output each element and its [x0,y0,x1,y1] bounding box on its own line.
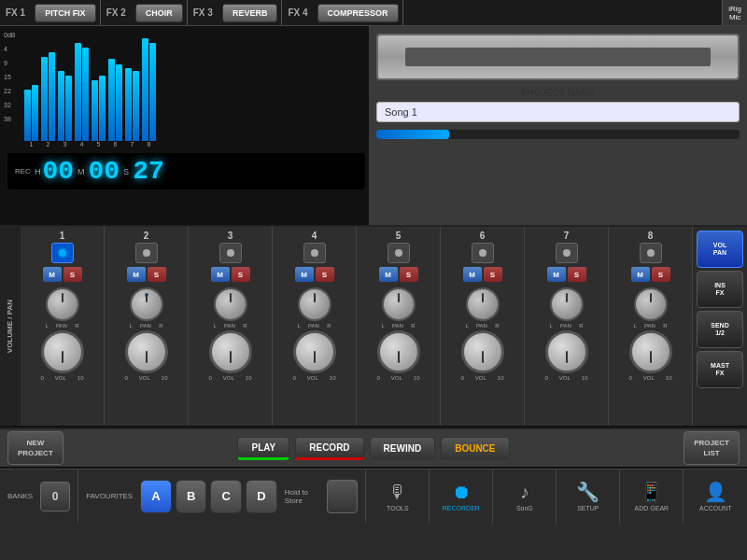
minutes-digits: 00 [89,157,120,186]
ch1-vol-knob[interactable] [41,330,84,373]
ch8-select[interactable] [640,243,662,263]
tools-icon-item[interactable]: 🎙 TOOLS [366,469,430,524]
ch4-vol-knob[interactable] [293,330,336,373]
account-label: ACCOUNT [699,505,732,511]
irig-button[interactable]: iRig Mic [722,0,747,25]
ch6-vol-knob[interactable] [461,330,504,373]
vu-section: 0dB 4 9 15 22 32 38 1 2 [0,26,369,225]
fav-a-btn[interactable]: A [140,480,172,513]
vu-channel-2: 2 [41,29,55,147]
ch7-pan-knob[interactable] [550,287,584,321]
person-icon: 👤 [704,481,727,503]
mast-fx-btn[interactable]: MAST FX [697,351,743,388]
fx4-label: FX 4 [282,7,313,18]
vu-channel-5: 5 [92,29,106,147]
ch2-solo-btn[interactable]: S [148,267,166,282]
fav-d-btn[interactable]: D [246,480,277,513]
ch5-vol-knob[interactable] [377,330,420,373]
ch1-select[interactable] [51,243,74,263]
channel-strip-1: 1 M S LPANR 0VOL10 [21,227,105,426]
ch4-solo-btn[interactable]: S [316,267,334,282]
setup-icon-item[interactable]: 🔧 SETUP [557,469,620,524]
ch6-pan-knob[interactable] [466,287,500,321]
new-project-button[interactable]: NEW PROJECT [7,431,63,465]
ch7-mute-btn[interactable]: M [547,267,566,282]
fx1-button[interactable]: PITCH FIX [35,4,96,22]
bottom-icons: 🎙 TOOLS ⏺ RECORDER ♪ SonG 🔧 SETUP 📱 ADD … [366,469,747,523]
fav-b-btn[interactable]: B [176,480,207,513]
send-btn[interactable]: SEND 1/2 [697,311,743,348]
ch7-vol-knob[interactable] [545,330,588,373]
bank-0-btn[interactable]: 0 [40,482,70,511]
ch5-pan-knob[interactable] [382,287,416,321]
fx2-button[interactable]: CHOIR [135,4,183,22]
setup-label: SETUP [577,505,599,511]
progress-bar-bg [376,130,740,139]
ch3-select[interactable] [219,243,242,263]
main-area: 0dB 4 9 15 22 32 38 1 2 [0,26,747,227]
ch2-vol-knob[interactable] [125,330,168,373]
channel-strip-8: 8 M S LPANR 0VOL10 [609,227,693,426]
bounce-button[interactable]: BOUNCE [441,437,509,460]
transport-right: PROJECT LIST [627,431,740,465]
recorder-icon-item[interactable]: ⏺ RECORDER [430,469,493,524]
tools-label: TOOLS [387,505,409,511]
ch6-mute-btn[interactable]: M [463,267,482,282]
ch1-pan-knob[interactable] [46,287,79,321]
fav-c-btn[interactable]: C [210,480,242,513]
vu-channel-1: 1 [24,29,38,147]
ch6-select[interactable] [472,243,494,263]
seconds-digits: 27 [133,157,164,186]
recorder-icon: ⏺ [452,482,471,503]
ch5-select[interactable] [388,243,410,263]
vol-pan-label: VOLUME / PAN [6,300,15,353]
ch7-solo-btn[interactable]: S [568,267,586,282]
channel-strip-5: 5 M S LPANR 0VOL10 [357,227,441,426]
add-gear-icon-item[interactable]: 📱 ADD GEAR [620,469,684,524]
transport-center: PLAY RECORD REWIND BOUNCE [120,437,627,460]
transport-section: NEW PROJECT PLAY RECORD REWIND BOUNCE PR… [0,427,747,469]
ch3-solo-btn[interactable]: S [232,267,250,282]
ch1-mute-btn[interactable]: M [43,267,62,282]
ch8-pan-knob[interactable] [634,287,668,321]
fx4-button[interactable]: COMPRESSOR [317,4,399,22]
fx3-button[interactable]: REVERB [222,4,278,22]
ch2-select[interactable] [135,243,158,263]
vu-bars-container: 1 2 3 [24,30,365,151]
vu-channel-6: 6 [108,29,122,147]
ch4-mute-btn[interactable]: M [295,267,314,282]
ch3-vol-knob[interactable] [209,330,252,373]
ch2-pan-knob[interactable] [130,287,163,321]
ch3-pan-knob[interactable] [214,287,247,321]
account-icon-item[interactable]: 👤 ACCOUNT [684,469,747,524]
rewind-button[interactable]: REWIND [370,437,436,460]
vol-pan-btn[interactable]: VOL PAN [697,231,743,268]
ch2-mute-btn[interactable]: M [127,267,146,282]
ch5-solo-btn[interactable]: S [400,267,418,282]
project-name-input[interactable] [376,102,740,122]
ch8-vol-knob[interactable] [629,330,672,373]
record-button[interactable]: RECORD [295,437,363,460]
ch8-solo-btn[interactable]: S [652,267,670,282]
vu-labels: 0dB 4 9 15 22 32 38 [4,30,15,122]
ch8-mute-btn[interactable]: M [631,267,650,282]
ch6-solo-btn[interactable]: S [484,267,502,282]
ch4-select[interactable] [303,243,326,263]
ch7-select[interactable] [556,243,578,263]
progress-bar-fill [376,130,449,139]
project-list-button[interactable]: PROJECT LIST [684,431,740,465]
channel-strip-3: 3 M S LPANR 0VOL10 [189,227,273,426]
vu-channel-7: 7 [125,29,139,147]
recorder-label: RECORDER [443,505,480,511]
ch1-solo-btn[interactable]: S [63,267,82,282]
fav-store-btn[interactable] [327,480,359,513]
ch3-mute-btn[interactable]: M [211,267,230,282]
hours-digits: 00 [42,157,74,186]
wrench-icon: 🔧 [576,481,599,503]
ch5-mute-btn[interactable]: M [379,267,398,282]
song-icon-item[interactable]: ♪ SonG [493,469,557,524]
ch4-pan-knob[interactable] [298,287,331,321]
ins-fx-btn[interactable]: INS FX [697,271,743,308]
play-button[interactable]: PLAY [237,437,289,460]
project-section: PROJECT NAME [369,26,747,225]
